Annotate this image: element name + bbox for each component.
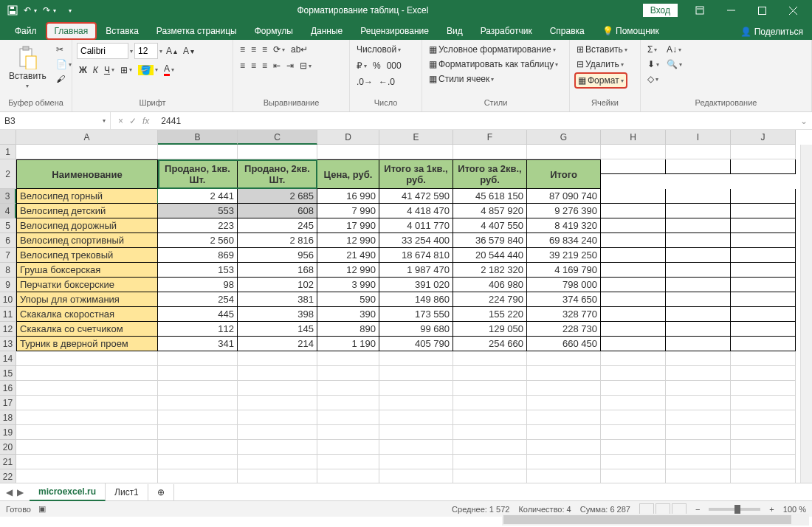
cell[interactable] xyxy=(601,469,666,483)
cell[interactable]: 406 980 xyxy=(453,278,527,292)
cell[interactable] xyxy=(601,410,666,425)
font-name-input[interactable] xyxy=(77,43,128,59)
cell[interactable] xyxy=(158,469,238,483)
cancel-formula-icon[interactable]: × xyxy=(118,116,123,126)
column-header[interactable]: I xyxy=(666,130,731,145)
cell[interactable]: Турник в дверной проем xyxy=(16,337,158,351)
cell[interactable] xyxy=(158,440,238,455)
cell[interactable]: 381 xyxy=(238,292,317,307)
tab-formulas[interactable]: Формулы xyxy=(246,22,302,40)
cell[interactable] xyxy=(238,440,317,455)
cell[interactable]: 21 490 xyxy=(317,248,379,263)
percent-button[interactable]: % xyxy=(371,59,383,72)
cell[interactable] xyxy=(601,337,666,351)
cell[interactable]: 102 xyxy=(238,278,317,292)
increase-decimal-button[interactable]: .0→ xyxy=(354,75,375,89)
cell[interactable] xyxy=(238,469,317,483)
cell[interactable]: 391 020 xyxy=(379,278,453,292)
zoom-level[interactable]: 100 % xyxy=(783,505,806,514)
cell[interactable] xyxy=(16,381,158,396)
cell[interactable]: 254 660 xyxy=(453,337,527,351)
delete-cells-button[interactable]: ⊟ Удалить▾ xyxy=(574,58,626,71)
tab-tellme[interactable]: 💡 Помощник xyxy=(593,22,668,40)
cell[interactable]: 214 xyxy=(238,337,317,351)
cell[interactable] xyxy=(527,366,601,381)
cell[interactable] xyxy=(527,425,601,440)
column-header[interactable]: D xyxy=(317,130,379,145)
cell[interactable]: Упоры для отжимания xyxy=(16,292,158,307)
cell[interactable] xyxy=(238,410,317,425)
tab-home[interactable]: Главная xyxy=(46,22,97,40)
cell[interactable] xyxy=(317,455,379,469)
cell[interactable]: 4 011 770 xyxy=(379,218,453,233)
tab-review[interactable]: Рецензирование xyxy=(351,22,438,40)
cell[interactable] xyxy=(317,396,379,410)
cell[interactable] xyxy=(666,145,731,159)
format-painter-button[interactable]: 🖌 xyxy=(54,72,74,86)
cell[interactable]: Продано, 1кв. Шт. xyxy=(158,159,238,189)
cell[interactable] xyxy=(666,189,731,204)
cell[interactable] xyxy=(731,455,796,469)
cell[interactable] xyxy=(666,440,731,455)
cell[interactable]: 145 xyxy=(238,322,317,337)
cell[interactable] xyxy=(16,145,158,159)
row-header[interactable]: 4 xyxy=(0,204,16,218)
sort-filter-button[interactable]: A↓▾ xyxy=(664,43,684,56)
cell[interactable]: 112 xyxy=(158,322,238,337)
save-icon[interactable] xyxy=(4,2,21,18)
number-group-label[interactable]: Число xyxy=(354,97,417,108)
cell[interactable]: Скакалка скоростная xyxy=(16,307,158,322)
cell[interactable] xyxy=(453,351,527,366)
undo-icon[interactable]: ↶▾ xyxy=(24,2,40,18)
cell[interactable]: Цена, руб. xyxy=(317,159,379,189)
cell[interactable] xyxy=(601,218,666,233)
cell[interactable]: 20 544 440 xyxy=(453,248,527,263)
underline-button[interactable]: Ч▾ xyxy=(102,63,117,77)
cell[interactable] xyxy=(238,396,317,410)
merge-button[interactable]: ⊟▾ xyxy=(297,59,314,72)
tab-view[interactable]: Вид xyxy=(438,22,472,40)
cell[interactable] xyxy=(731,440,796,455)
clear-button[interactable]: ◇▾ xyxy=(645,72,661,86)
autosum-button[interactable]: Σ▾ xyxy=(645,43,661,56)
row-header[interactable]: 20 xyxy=(0,440,16,455)
fx-icon[interactable]: fx xyxy=(142,116,149,126)
cell[interactable] xyxy=(601,233,666,248)
cell[interactable]: 228 730 xyxy=(527,322,601,337)
sheet-tab-active[interactable]: microexcel.ru xyxy=(30,483,106,501)
cell[interactable]: 36 579 840 xyxy=(453,233,527,248)
cell[interactable]: Велосипед трековый xyxy=(16,248,158,263)
styles-group-label[interactable]: Стили xyxy=(427,97,565,108)
close-icon[interactable] xyxy=(778,0,808,21)
cell[interactable] xyxy=(317,425,379,440)
currency-button[interactable]: ₽▾ xyxy=(354,59,369,72)
row-header[interactable]: 7 xyxy=(0,248,16,263)
cell[interactable]: 374 650 xyxy=(527,292,601,307)
cell[interactable] xyxy=(601,248,666,263)
comma-button[interactable]: 000 xyxy=(385,59,404,72)
macro-record-icon[interactable]: ▣ xyxy=(38,504,46,514)
cell[interactable]: Груша боксерская xyxy=(16,263,158,278)
tab-file[interactable]: Файл xyxy=(6,22,46,40)
cell[interactable]: 445 xyxy=(158,307,238,322)
cell[interactable] xyxy=(731,322,796,337)
cell[interactable] xyxy=(16,425,158,440)
row-header[interactable]: 13 xyxy=(0,337,16,351)
minimize-icon[interactable] xyxy=(716,0,746,21)
cell[interactable]: Итого за 1кв., руб. xyxy=(379,159,453,189)
cell[interactable] xyxy=(601,204,666,218)
cell[interactable] xyxy=(317,440,379,455)
cell[interactable]: 4 418 470 xyxy=(379,204,453,218)
select-all-corner[interactable] xyxy=(0,130,16,145)
spreadsheet-grid[interactable]: 12345678910111213141516171819202122 ABCD… xyxy=(0,130,812,483)
cell[interactable]: 405 790 xyxy=(379,337,453,351)
cell[interactable] xyxy=(666,292,731,307)
increase-font-button[interactable]: A▴ xyxy=(164,44,179,58)
cell[interactable]: 153 xyxy=(158,263,238,278)
column-header[interactable]: C xyxy=(238,130,317,145)
cell[interactable] xyxy=(158,145,238,159)
cell[interactable]: Велосипед спортивный xyxy=(16,233,158,248)
cell[interactable] xyxy=(379,440,453,455)
cell[interactable] xyxy=(16,440,158,455)
cell[interactable] xyxy=(16,366,158,381)
